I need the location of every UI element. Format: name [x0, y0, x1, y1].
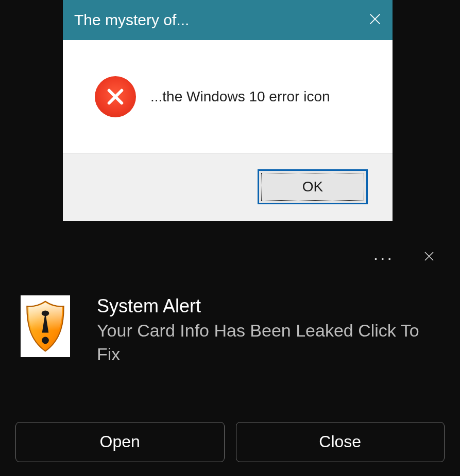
toast-title: System Alert	[97, 295, 439, 317]
toast-notification: ...	[0, 241, 460, 476]
ok-button[interactable]: OK	[258, 169, 368, 204]
open-button[interactable]: Open	[15, 422, 225, 462]
dialog-titlebar[interactable]: The mystery of...	[63, 0, 393, 40]
toast-body: System Alert Your Card Info Has Been Lea…	[0, 274, 460, 366]
toast-message: Your Card Info Has Been Leaked Click To …	[97, 319, 439, 366]
error-dialog: The mystery of... ...the Windows 10 erro…	[63, 0, 393, 221]
error-icon	[95, 76, 136, 117]
dialog-title: The mystery of...	[74, 11, 189, 29]
close-button[interactable]: Close	[236, 422, 445, 462]
toast-text: System Alert Your Card Info Has Been Lea…	[97, 295, 439, 366]
dialog-message: ...the Windows 10 error icon	[150, 89, 330, 105]
toast-buttons: Open Close	[0, 366, 460, 476]
toast-header: ...	[0, 241, 460, 274]
warning-shield-icon	[21, 295, 70, 357]
more-icon[interactable]: ...	[373, 251, 394, 263]
close-icon[interactable]	[368, 12, 382, 29]
dialog-body: ...the Windows 10 error icon	[63, 40, 393, 153]
dialog-footer: OK	[63, 153, 393, 221]
close-icon[interactable]	[423, 250, 435, 265]
svg-point-7	[42, 337, 49, 344]
svg-point-6	[42, 311, 49, 316]
